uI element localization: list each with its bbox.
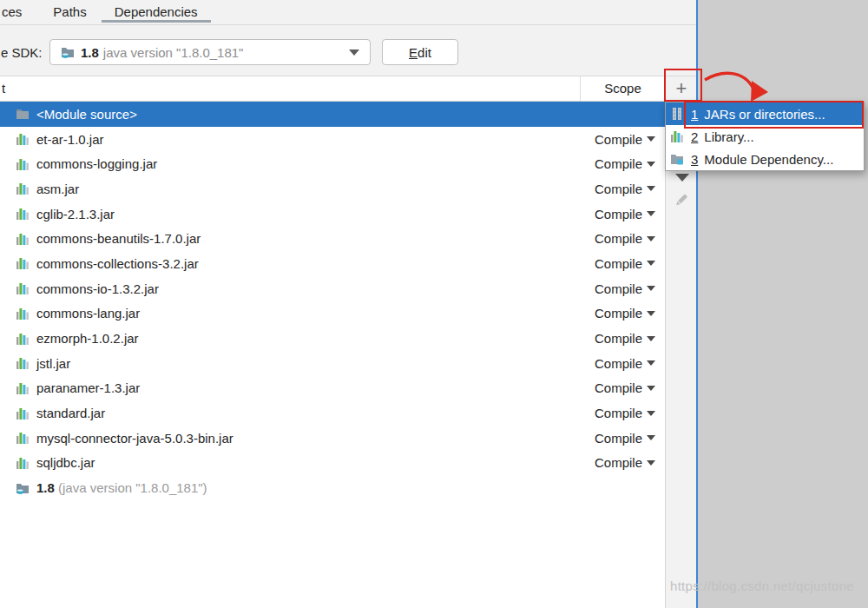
row-label: asm.jar bbox=[36, 182, 580, 196]
library-icon bbox=[16, 406, 30, 420]
row-label: commons-logging.jar bbox=[36, 156, 580, 171]
table-row[interactable]: commons-lang.jarCompile bbox=[0, 301, 665, 327]
row-label: ezmorph-1.0.2.jar bbox=[36, 331, 580, 346]
popup-item-mnemonic: 1 bbox=[691, 107, 698, 122]
scope-dropdown[interactable]: Compile bbox=[580, 207, 665, 221]
chevron-down-icon bbox=[647, 211, 655, 216]
library-icon bbox=[16, 381, 30, 395]
pencil-icon[interactable] bbox=[673, 191, 690, 212]
scope-dropdown[interactable]: Compile bbox=[580, 281, 665, 296]
library-icon bbox=[16, 157, 30, 171]
jar-icon bbox=[670, 107, 684, 121]
watermark: https://blog.csdn.net/qcjustone bbox=[670, 578, 854, 593]
table-row[interactable]: commons-beanutils-1.7.0.jarCompile bbox=[0, 226, 665, 251]
table-row[interactable]: commons-io-1.3.2.jarCompile bbox=[0, 276, 665, 301]
table-row[interactable]: jstl.jarCompile bbox=[0, 351, 665, 376]
row-label: jstl.jar bbox=[36, 356, 580, 371]
library-icon bbox=[16, 456, 30, 470]
scope-value: Compile bbox=[595, 406, 642, 420]
scope-value: Compile bbox=[595, 182, 642, 196]
table-row[interactable]: asm.jarCompile bbox=[0, 176, 665, 202]
add-options-popup: 1JARs or directories...2Library...3Modul… bbox=[665, 102, 865, 171]
scope-dropdown[interactable]: Compile bbox=[580, 356, 665, 371]
scope-dropdown[interactable]: Compile bbox=[580, 132, 665, 147]
add-dependency-button[interactable]: + bbox=[666, 76, 697, 102]
chevron-down-icon bbox=[647, 460, 655, 466]
chevron-down-icon bbox=[647, 411, 655, 416]
scope-dropdown[interactable]: Compile bbox=[580, 231, 665, 246]
edit-button[interactable]: Edit bbox=[382, 39, 458, 65]
scope-value: Compile bbox=[595, 431, 642, 446]
scope-dropdown[interactable]: Compile bbox=[580, 156, 665, 171]
popup-item[interactable]: 2Library... bbox=[666, 125, 864, 148]
popup-item-label: Library... bbox=[704, 129, 753, 144]
module-sdk-select[interactable]: 1.8 java version "1.8.0_181" bbox=[49, 39, 371, 65]
dependency-rows: <Module source>et-ar-1.0.jarCompilecommo… bbox=[0, 102, 665, 500]
table-row[interactable]: cglib-2.1.3.jarCompile bbox=[0, 202, 665, 227]
scope-value: Compile bbox=[595, 331, 642, 346]
tab-sources[interactable]: ces bbox=[2, 0, 22, 25]
row-label: commons-lang.jar bbox=[36, 306, 580, 321]
scope-value: Compile bbox=[595, 207, 642, 221]
scope-dropdown[interactable]: Compile bbox=[580, 306, 665, 321]
scope-dropdown[interactable]: Compile bbox=[580, 455, 665, 470]
row-label: mysql-connector-java-5.0.3-bin.jar bbox=[36, 431, 580, 446]
table-row[interactable]: 1.8 (java version "1.8.0_181") bbox=[0, 475, 665, 500]
library-icon bbox=[16, 182, 30, 195]
table-row[interactable]: <Module source> bbox=[0, 102, 665, 127]
table-row[interactable]: commons-logging.jarCompile bbox=[0, 151, 665, 176]
scope-value: Compile bbox=[595, 455, 642, 470]
sdk-icon bbox=[16, 481, 30, 495]
library-icon bbox=[16, 281, 30, 295]
library-icon bbox=[16, 256, 30, 270]
library-icon bbox=[16, 356, 30, 370]
scope-dropdown[interactable]: Compile bbox=[580, 380, 665, 395]
table-row[interactable]: sqljdbc.jarCompile bbox=[0, 451, 665, 476]
popup-item-mnemonic: 2 bbox=[691, 129, 698, 144]
chevron-down-icon bbox=[647, 360, 655, 366]
table-row[interactable]: commons-collections-3.2.jarCompile bbox=[0, 251, 665, 276]
chevron-down-icon bbox=[647, 162, 655, 167]
move-down-icon[interactable] bbox=[675, 174, 689, 182]
sdk-icon bbox=[61, 45, 75, 59]
sdk-version-detail: java version "1.8.0_181" bbox=[103, 45, 244, 60]
popup-item-mnemonic: 3 bbox=[691, 152, 698, 167]
tab-dependencies[interactable]: Dependencies bbox=[115, 0, 198, 25]
table-row[interactable]: mysql-connector-java-5.0.3-bin.jarCompil… bbox=[0, 426, 665, 451]
chevron-down-icon bbox=[647, 186, 655, 191]
library-icon bbox=[16, 307, 30, 321]
scope-dropdown[interactable]: Compile bbox=[580, 431, 665, 446]
chevron-down-icon bbox=[647, 336, 655, 341]
scope-dropdown[interactable]: Compile bbox=[580, 256, 665, 271]
dependencies-table: t Scope <Module source>et-ar-1.0.jarComp… bbox=[0, 76, 665, 608]
scope-value: Compile bbox=[595, 356, 642, 371]
table-header: t Scope bbox=[0, 76, 665, 102]
table-row[interactable]: ezmorph-1.0.2.jarCompile bbox=[0, 326, 665, 351]
export-column-header: t bbox=[0, 76, 580, 101]
table-row[interactable]: et-ar-1.0.jarCompile bbox=[0, 127, 665, 152]
chevron-down-icon bbox=[647, 386, 655, 391]
scope-dropdown[interactable]: Compile bbox=[580, 406, 665, 420]
scope-dropdown[interactable]: Compile bbox=[580, 331, 665, 346]
library-icon bbox=[16, 431, 30, 445]
folder-icon bbox=[16, 107, 30, 121]
row-label: 1.8 (java version "1.8.0_181") bbox=[36, 480, 665, 495]
row-label: <Module source> bbox=[36, 107, 665, 122]
table-row[interactable]: standard.jarCompile bbox=[0, 400, 665, 426]
row-label: et-ar-1.0.jar bbox=[36, 132, 580, 147]
chevron-down-icon bbox=[349, 50, 359, 56]
row-label: commons-beanutils-1.7.0.jar bbox=[36, 231, 580, 246]
sdk-version: 1.8 bbox=[81, 45, 99, 60]
library-icon bbox=[16, 332, 30, 346]
row-label: commons-io-1.3.2.jar bbox=[36, 281, 580, 296]
row-label: commons-collections-3.2.jar bbox=[36, 256, 580, 271]
popup-item[interactable]: 1JARs or directories... bbox=[666, 102, 864, 125]
library-icon bbox=[16, 207, 30, 221]
library-icon bbox=[16, 232, 30, 246]
tab-paths[interactable]: Paths bbox=[53, 0, 86, 25]
row-label: standard.jar bbox=[36, 406, 580, 420]
scope-dropdown[interactable]: Compile bbox=[580, 182, 665, 196]
table-row[interactable]: paranamer-1.3.jarCompile bbox=[0, 376, 665, 401]
popup-item[interactable]: 3Module Dependency... bbox=[666, 148, 864, 170]
popup-item-label: Module Dependency... bbox=[704, 152, 833, 167]
